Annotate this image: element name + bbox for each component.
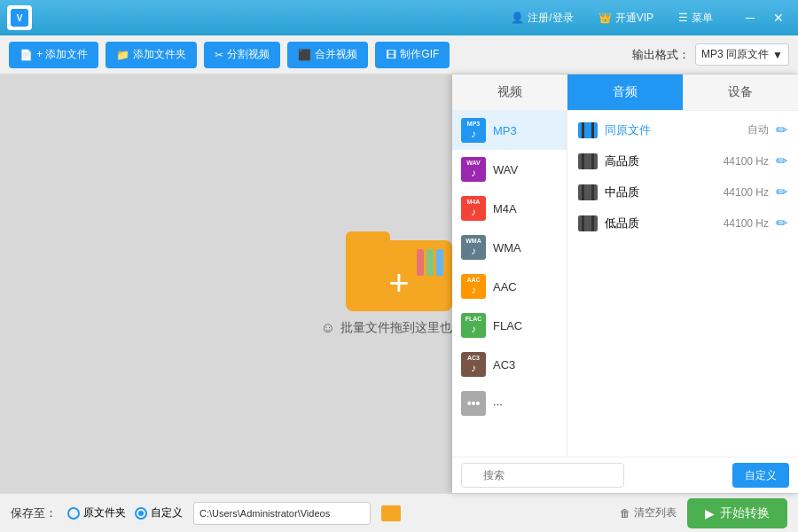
radio-original[interactable]: 原文件夹 bbox=[67, 505, 126, 520]
film-icon-2 bbox=[578, 153, 598, 169]
format-label-mp3: MP3 bbox=[493, 124, 517, 137]
minimize-btn[interactable]: ─ bbox=[738, 5, 763, 30]
format-label-ac3: AC3 bbox=[493, 358, 515, 372]
save-path-input[interactable] bbox=[193, 502, 371, 525]
quality-item-low[interactable]: 低品质 44100 Hz ✏ bbox=[567, 207, 798, 239]
film-icon-3 bbox=[578, 184, 598, 200]
flac-icon: FLAC ♪ bbox=[461, 313, 486, 338]
customize-btn[interactable]: 自定义 bbox=[732, 463, 789, 488]
film-icon-1 bbox=[578, 122, 598, 138]
format-item-wav[interactable]: WAV ♪ WAV bbox=[452, 150, 567, 189]
quality-value-low: 44100 Hz bbox=[724, 217, 769, 230]
tab-video[interactable]: 视频 bbox=[452, 74, 567, 110]
radio-custom[interactable]: 自定义 bbox=[135, 505, 183, 520]
format-item-wma[interactable]: WMA ♪ WMA bbox=[452, 228, 567, 267]
quality-edit-icon-1[interactable]: ✏ bbox=[776, 121, 787, 138]
make-gif-btn[interactable]: 🎞 制作GIF bbox=[375, 42, 450, 68]
format-item-more[interactable]: ••• ··· bbox=[452, 384, 567, 423]
quality-item-original[interactable]: 同原文件 自动 ✏ bbox=[567, 114, 798, 145]
vip-icon: 👑 bbox=[598, 12, 612, 24]
quality-value-high: 44100 Hz bbox=[724, 155, 769, 168]
close-btn[interactable]: ✕ bbox=[766, 5, 791, 30]
format-label-aac: AAC bbox=[493, 280, 517, 293]
start-convert-btn[interactable]: ▶ 开始转换 bbox=[687, 498, 787, 528]
window-controls: ─ ✕ bbox=[738, 5, 791, 30]
format-item-flac[interactable]: FLAC ♪ FLAC bbox=[452, 306, 567, 345]
tab-device[interactable]: 设备 bbox=[683, 74, 798, 110]
trash-icon: 🗑 bbox=[620, 507, 630, 520]
merge-video-btn[interactable]: ⬛ 合并视频 bbox=[287, 42, 368, 68]
format-label-wav: WAV bbox=[493, 163, 518, 176]
panel-body: MP3 ♪ MP3 WAV ♪ WAV M4A bbox=[452, 111, 798, 457]
format-item-aac[interactable]: AAC ♪ AAC bbox=[452, 267, 567, 306]
format-label-flac: FLAC bbox=[493, 319, 522, 332]
chevron-down-icon: ▼ bbox=[772, 49, 783, 61]
smiley-icon: ☺ bbox=[321, 320, 335, 336]
ac3-icon: AC3 ♪ bbox=[461, 352, 486, 377]
svg-text:V: V bbox=[17, 13, 23, 23]
play-icon: ▶ bbox=[705, 506, 715, 520]
radio-dot-original bbox=[67, 507, 80, 520]
tab-audio[interactable]: 音频 bbox=[567, 74, 683, 110]
format-label-m4a: M4A bbox=[493, 202, 517, 215]
save-to-label: 保存至： bbox=[11, 505, 57, 521]
register-login-btn[interactable]: 👤 注册/登录 bbox=[504, 7, 580, 29]
quality-name-medium: 中品质 bbox=[605, 184, 716, 200]
quality-edit-icon-4[interactable]: ✏ bbox=[776, 215, 787, 231]
add-folder-icon: 📁 bbox=[116, 49, 129, 61]
format-dropdown-panel: 视频 音频 设备 MP3 ♪ MP3 bbox=[452, 74, 798, 493]
panel-search: 🔍 自定义 bbox=[452, 457, 798, 493]
format-item-ac3[interactable]: AC3 ♪ AC3 bbox=[452, 345, 567, 384]
main-area: + ☺ 批量文件拖到这里也可以 视频 音频 设备 bbox=[0, 74, 798, 493]
output-format-bar: 输出格式： MP3 同原文件 ▼ bbox=[632, 43, 789, 66]
title-bar-right: 👤 注册/登录 👑 开通VIP ☰ 菜单 ─ ✕ bbox=[504, 5, 791, 30]
quality-edit-icon-2[interactable]: ✏ bbox=[776, 153, 787, 169]
search-input[interactable] bbox=[461, 463, 624, 488]
aac-icon: AAC ♪ bbox=[461, 274, 486, 299]
format-list: MP3 ♪ MP3 WAV ♪ WAV M4A bbox=[452, 111, 567, 457]
wma-icon: WMA ♪ bbox=[461, 235, 486, 260]
split-icon: ✂ bbox=[215, 49, 223, 61]
m4a-icon: M4A ♪ bbox=[461, 196, 486, 221]
quality-value-medium: 44100 Hz bbox=[724, 186, 769, 199]
quality-name-original: 同原文件 bbox=[605, 122, 740, 138]
wav-icon: WAV ♪ bbox=[461, 157, 486, 182]
format-item-mp3[interactable]: MP3 ♪ MP3 bbox=[452, 111, 567, 150]
format-label-wma: WMA bbox=[493, 241, 521, 254]
quality-item-medium[interactable]: 中品质 44100 Hz ✏ bbox=[567, 176, 798, 207]
search-wrapper: 🔍 bbox=[461, 463, 725, 488]
radio-group: 原文件夹 自定义 bbox=[67, 505, 183, 520]
add-file-btn[interactable]: 📄 + 添加文件 bbox=[9, 42, 98, 68]
film-icon-4 bbox=[578, 215, 598, 231]
quality-value-original: 自动 bbox=[747, 122, 769, 137]
title-bar-left: V bbox=[7, 5, 32, 30]
quality-edit-icon-3[interactable]: ✏ bbox=[776, 184, 787, 200]
panel-tabs: 视频 音频 设备 bbox=[452, 74, 798, 111]
add-folder-btn[interactable]: 📁 添加文件夹 bbox=[106, 42, 197, 68]
add-file-icon: 📄 bbox=[20, 49, 33, 61]
format-select-btn[interactable]: MP3 同原文件 ▼ bbox=[695, 43, 789, 66]
radio-dot-custom bbox=[135, 507, 147, 520]
folder-drop-icon: + bbox=[346, 231, 452, 311]
quality-item-high[interactable]: 高品质 44100 Hz ✏ bbox=[567, 145, 798, 176]
menu-btn[interactable]: ☰ 菜单 bbox=[671, 7, 720, 29]
quality-name-low: 低品质 bbox=[605, 215, 716, 231]
title-bar: V 👤 注册/登录 👑 开通VIP ☰ 菜单 ─ ✕ bbox=[0, 0, 798, 35]
format-label-more: ··· bbox=[493, 397, 503, 411]
quality-name-high: 高品质 bbox=[605, 153, 716, 169]
merge-icon: ⬛ bbox=[298, 49, 311, 61]
split-video-btn[interactable]: ✂ 分割视频 bbox=[204, 42, 280, 68]
menu-icon: ☰ bbox=[678, 12, 688, 24]
user-icon: 👤 bbox=[511, 12, 524, 24]
bottom-bar: 保存至： 原文件夹 自定义 🗑 清空列表 ▶ 开始转换 bbox=[0, 493, 798, 532]
clear-list-btn[interactable]: 🗑 清空列表 bbox=[620, 505, 677, 520]
gif-icon: 🎞 bbox=[386, 49, 396, 61]
mp3-icon: MP3 ♪ bbox=[461, 118, 486, 143]
vip-btn[interactable]: 👑 开通VIP bbox=[591, 7, 661, 29]
app-icon: V bbox=[7, 5, 32, 30]
folder-browse-btn[interactable] bbox=[381, 505, 401, 521]
quality-list: 同原文件 自动 ✏ 高品质 44100 Hz ✏ 中品质 44100 Hz ✏ bbox=[567, 111, 798, 457]
format-item-m4a[interactable]: M4A ♪ M4A bbox=[452, 189, 567, 228]
more-icon: ••• bbox=[461, 391, 486, 416]
toolbar: 📄 + 添加文件 📁 添加文件夹 ✂ 分割视频 ⬛ 合并视频 🎞 制作GIF 输… bbox=[0, 35, 798, 74]
